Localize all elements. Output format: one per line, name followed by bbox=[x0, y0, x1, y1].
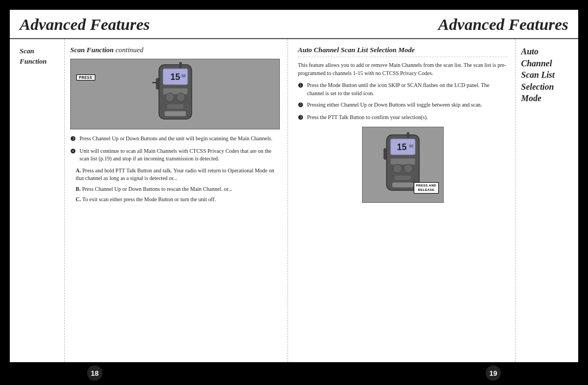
left-page-title: Advanced Features bbox=[20, 15, 284, 34]
substep-b: B. Press Channel Up or Down Buttons to r… bbox=[70, 185, 280, 194]
svg-rect-8 bbox=[167, 104, 183, 109]
right-step-2: ❷ Pressing either Channel Up or Down But… bbox=[298, 101, 507, 110]
svg-rect-22 bbox=[384, 148, 387, 159]
substep-c-text: To exit scan either press the Mode Butto… bbox=[82, 196, 216, 202]
device-image-right: 15 38 PRESS AND RELEASE bbox=[362, 127, 444, 203]
page-number-right: 19 bbox=[486, 365, 501, 381]
svg-text:38: 38 bbox=[409, 144, 413, 148]
scan-main-column: Scan Function continued 15 38 bbox=[64, 39, 288, 362]
auto-channel-title: Auto Channel Scan List Selection Mode bbox=[298, 46, 507, 57]
auto-channel-intro: This feature allows you to add or remove… bbox=[298, 61, 507, 77]
svg-point-7 bbox=[176, 93, 185, 102]
substep-c-label: C. bbox=[76, 196, 81, 202]
svg-rect-17 bbox=[390, 158, 415, 165]
scan-function-sidebar-label: Scan Function bbox=[20, 47, 47, 65]
right-step-1: ❶ Press the Mode Button until the icon S… bbox=[298, 82, 507, 97]
step-3: ❸ Press Channel Up or Down Buttons and t… bbox=[70, 135, 280, 144]
substep-a-label: A. bbox=[76, 167, 81, 173]
svg-text:15: 15 bbox=[397, 142, 407, 152]
radio-device-svg-left: 15 38 bbox=[151, 62, 200, 126]
device-image-left: 15 38 PRESS bbox=[70, 59, 280, 129]
press-release-label: PRESS AND RELEASE bbox=[414, 182, 438, 194]
right-step-3: ❸ Press the PTT Talk Button to confirm y… bbox=[298, 114, 507, 122]
scan-section-title: Scan Function continued bbox=[70, 46, 280, 54]
substep-b-text: Press Channel Up or Down Buttons to resc… bbox=[82, 186, 232, 192]
press-label-left: PRESS bbox=[76, 74, 95, 80]
auto-channel-sidebar-title: Auto Channel Scan List Selection Mode bbox=[521, 46, 571, 104]
svg-text:38: 38 bbox=[181, 74, 186, 78]
svg-rect-5 bbox=[163, 88, 188, 95]
svg-rect-10 bbox=[156, 78, 159, 89]
svg-point-19 bbox=[404, 164, 413, 173]
auto-channel-main-column: Auto Channel Scan List Selection Mode Th… bbox=[288, 39, 516, 362]
svg-point-18 bbox=[393, 164, 402, 173]
substep-c: C. To exit scan either press the Mode Bu… bbox=[70, 196, 280, 204]
svg-text:15: 15 bbox=[170, 72, 180, 82]
svg-rect-20 bbox=[395, 176, 411, 180]
page-number-left: 18 bbox=[87, 365, 102, 381]
svg-rect-9 bbox=[164, 111, 186, 116]
substep-a-text: Press and hold PTT Talk Button and talk.… bbox=[76, 167, 274, 182]
scan-function-label: Scan Function bbox=[10, 39, 64, 362]
svg-point-6 bbox=[166, 93, 174, 102]
right-page-title: Advanced Features bbox=[304, 15, 568, 34]
auto-channel-sidebar: Auto Channel Scan List Selection Mode bbox=[516, 39, 578, 362]
substep-b-label: B. bbox=[76, 186, 81, 192]
svg-rect-21 bbox=[392, 182, 414, 188]
step-4: ❹ Unit will continue to scan all Main Ch… bbox=[70, 147, 280, 163]
substep-a: A. Press and hold PTT Talk Button and ta… bbox=[70, 167, 280, 183]
